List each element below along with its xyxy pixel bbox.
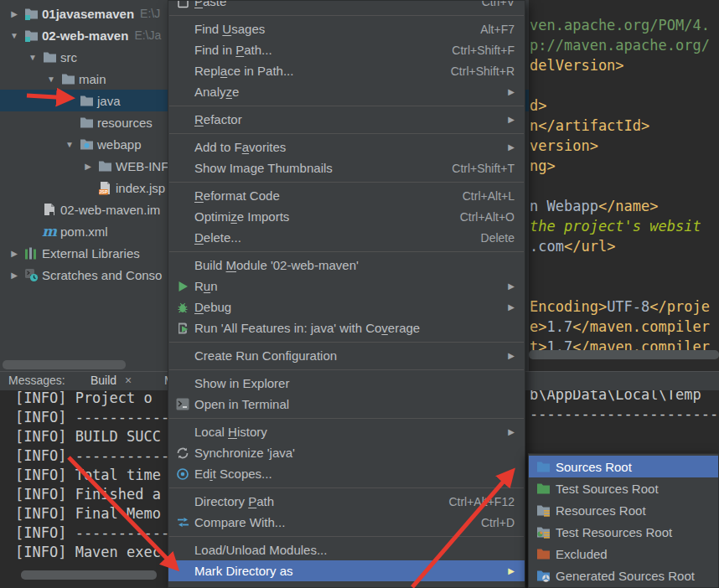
menu-item-label: Debug [194, 300, 231, 314]
close-icon[interactable]: × [125, 374, 132, 387]
menu-item-open-in-terminal[interactable]: Open in Terminal [168, 394, 525, 415]
terminal-icon [173, 398, 192, 410]
editor-horizontal-scrollbar[interactable] [529, 350, 719, 359]
console-horizontal-scrollbar[interactable] [21, 570, 157, 580]
menu-item-find-usages[interactable]: Find UsagesAlt+F7 [168, 18, 525, 39]
menu-item-shortcut: Delete [481, 231, 515, 245]
menu-item-refactor[interactable]: Refactor▶ [168, 109, 525, 130]
tree-item-label: 01javasemaven [42, 7, 134, 21]
folder-test-resources-icon [533, 526, 553, 539]
menu-item-mark-directory-as[interactable]: Mark Directory as▶ [168, 560, 525, 581]
menu-item-label: Reformat Code [194, 188, 280, 203]
menu-item-run[interactable]: Run▶ [168, 276, 525, 297]
tab-build[interactable]: Build [91, 374, 116, 387]
menu-item-shortcut: Ctrl+Alt+L [463, 189, 515, 203]
ide-window: ▶01javasemavenE:\J▼02-web-mavenE:\Ja▼src… [0, 0, 719, 588]
run-icon [173, 281, 192, 292]
tree-item-path: E:\J [140, 7, 160, 20]
console-line: [INFO] ------------ [0, 524, 168, 543]
menu-item-paste[interactable]: PasteCtrl+V [168, 0, 525, 12]
menu-separator [169, 369, 524, 370]
tree-item-path: E:\Ja [134, 28, 161, 42]
menu-item-shortcut: Ctrl+V [482, 0, 515, 8]
chevron-down-icon[interactable]: ▼ [44, 75, 59, 84]
menu-item-local-history[interactable]: Local History▶ [168, 421, 525, 442]
menu-item-optimize-imports[interactable]: Optimize ImportsCtrl+Alt+O [168, 206, 525, 227]
menu-item-reformat-code[interactable]: Reformat CodeCtrl+Alt+L [168, 185, 525, 206]
chevron-right-icon[interactable]: ▶ [7, 9, 22, 18]
menu-separator [169, 251, 524, 252]
menu-item-synchronize-java[interactable]: Synchronize 'java' [168, 442, 525, 463]
submenu-arrow-icon: ▶ [508, 115, 515, 124]
submenu-item-resources-root[interactable]: Resources Root [529, 499, 718, 521]
folder-icon [77, 116, 96, 129]
folder-icon [59, 73, 77, 85]
chevron-down-icon[interactable]: ▼ [62, 140, 77, 149]
menu-item-shortcut: Ctrl+Shift+R [451, 64, 515, 78]
console-line-fragment: -------------------------- [528, 405, 719, 424]
menu-item-directory-path[interactable]: Directory PathCtrl+Alt+F12 [168, 491, 525, 512]
menu-item-find-in-path[interactable]: Find in Path...Ctrl+Shift+F [168, 39, 525, 60]
console-output-left: [INFO] Project o[INFO] ------------[INFO… [0, 389, 168, 573]
web-folder-icon [77, 138, 96, 151]
menu-item-build-module-02-web-maven[interactable]: Build Module '02-web-maven' [168, 255, 525, 276]
chevron-right-icon[interactable]: ▶ [80, 162, 96, 171]
chevron-down-icon[interactable]: ▼ [25, 53, 40, 62]
coverage-icon [173, 322, 192, 335]
menu-item-show-image-thumbnails[interactable]: Show Image ThumbnailsCtrl+Shift+T [168, 157, 525, 178]
console-line: [INFO] Final Memo [0, 504, 168, 524]
menu-item-replace-in-path[interactable]: Replace in Path...Ctrl+Shift+R [168, 60, 525, 81]
submenu-item-label: Excluded [556, 547, 608, 561]
scopes-icon [173, 467, 192, 481]
editor-panel[interactable]: ven.apache.org/POM/4.p://maven.apache.or… [529, 0, 719, 371]
submenu-item-generated-sources-root[interactable]: Generated Sources Root [529, 565, 718, 586]
submenu-item-test-resources-root[interactable]: Test Resources Root [529, 521, 718, 543]
tree-item-label: External Libraries [42, 246, 140, 260]
menu-item-shortcut: Ctrl+Shift+T [452, 162, 515, 175]
menu-item-label: Find Usages [194, 22, 265, 36]
tree-horizontal-scrollbar[interactable] [3, 360, 126, 369]
code-line: Encoding>UTF-8</proje [530, 297, 719, 317]
code-line: n Webapp</name> [530, 196, 719, 216]
messages-label: Messages: [8, 374, 65, 387]
submenu-item-sources-root[interactable]: Sources Root [529, 456, 718, 477]
submenu-item-excluded[interactable]: Excluded [529, 543, 718, 565]
code-line: n</artifactId> [530, 116, 719, 136]
menu-item-debug[interactable]: Debug▶ [168, 297, 525, 317]
menu-separator [169, 342, 524, 343]
menu-item-label: Add to Favorites [194, 140, 286, 154]
menu-separator [169, 418, 524, 419]
folder-icon [77, 95, 96, 107]
menu-item-run-all-features-in-java-with-coverage[interactable]: Run 'All Features in: java' with Coverag… [168, 317, 525, 338]
menu-item-show-in-explorer[interactable]: Show in Explorer [168, 373, 525, 394]
menu-item-label: Paste [194, 0, 226, 8]
tree-item-label: resources [97, 116, 153, 130]
code-line: d> [530, 95, 719, 116]
chevron-down-icon[interactable]: ▼ [7, 31, 22, 40]
chevron-right-icon[interactable]: ▶ [7, 271, 22, 280]
menu-item-label: Build Module '02-web-maven' [194, 258, 359, 272]
menu-item-edit-scopes[interactable]: Edit Scopes... [168, 463, 525, 484]
menu-separator [169, 536, 524, 537]
debug-icon [173, 301, 192, 314]
submenu-item-test-sources-root[interactable]: Test Sources Root [529, 477, 718, 499]
submenu-item-label: Test Resources Root [556, 525, 672, 539]
menu-item-shortcut: Ctrl+Alt+O [460, 210, 515, 224]
menu-item-create-run-configuration[interactable]: Create Run Configuration▶ [168, 345, 525, 366]
menu-item-delete[interactable]: Delete...Delete [168, 227, 525, 248]
menu-separator [169, 106, 524, 106]
menu-item-compare-with[interactable]: Compare With...Ctrl+D [168, 512, 525, 533]
menu-item-analyze[interactable]: Analyze▶ [168, 81, 525, 102]
submenu-arrow-icon: ▶ [508, 281, 515, 291]
menu-item-label: Local History [194, 425, 267, 439]
code-line: ng> [530, 156, 719, 176]
menu-item-load-unload-modules[interactable]: Load/Unload Modules... [168, 539, 525, 560]
menu-item-add-to-favorites[interactable]: Add to Favorites▶ [168, 137, 525, 157]
menu-item-label: Mark Directory as [194, 564, 293, 578]
console-line: [INFO] Maven exec [0, 543, 168, 562]
chevron-right-icon[interactable]: ▶ [7, 249, 22, 258]
menu-separator [169, 487, 524, 488]
code-line: .com</url> [530, 236, 719, 256]
menu-item-shortcut: Ctrl+Alt+F12 [448, 495, 515, 508]
tree-item-label: Scratches and Conso [42, 268, 162, 282]
